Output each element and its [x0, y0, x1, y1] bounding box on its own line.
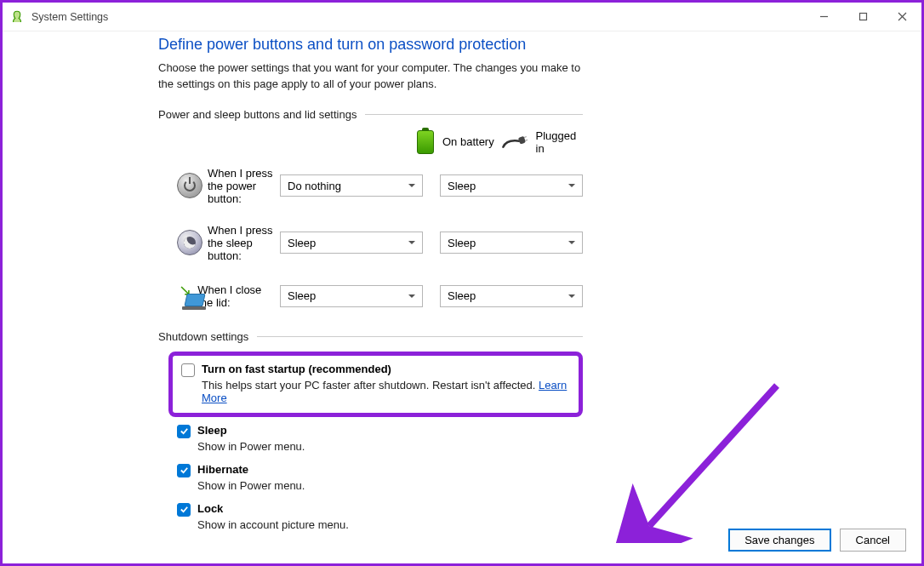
app-icon — [9, 9, 25, 25]
fast-startup-highlight: Turn on fast startup (recommended) This … — [168, 352, 583, 417]
maximize-button[interactable] — [843, 3, 882, 31]
lid-plugged-select[interactable]: Sleep — [440, 285, 583, 307]
page-title: Define power buttons and turn on passwor… — [158, 36, 583, 54]
power-section-label: Power and sleep buttons and lid settings — [158, 108, 583, 121]
title-bar: System Settings — [3, 3, 921, 31]
power-button-row: When I press the power button: Do nothin… — [177, 167, 583, 205]
fast-startup-checkbox[interactable] — [181, 363, 195, 377]
settings-window: System Settings Define power buttons and… — [0, 0, 924, 566]
shutdown-section-label: Shutdown settings — [158, 330, 583, 343]
sleep-desc: Show in Power menu. — [197, 440, 583, 453]
window-title: System Settings — [31, 11, 804, 23]
sleep-label: Sleep — [197, 424, 227, 437]
sleep-checkbox[interactable] — [177, 425, 191, 438]
lock-label: Lock — [197, 502, 223, 515]
lock-desc: Show in account picture menu. — [197, 518, 583, 531]
save-button[interactable]: Save changes — [728, 529, 830, 552]
lid-battery-select[interactable]: Sleep — [280, 285, 423, 307]
sleep-button-icon — [177, 227, 202, 258]
close-button[interactable] — [882, 3, 921, 31]
column-on-battery: On battery — [417, 129, 500, 155]
lid-icon: ↘ — [177, 281, 192, 312]
hibernate-label: Hibernate — [197, 463, 248, 476]
power-button-plugged-select[interactable]: Sleep — [440, 174, 583, 197]
sleep-button-battery-select[interactable]: Sleep — [280, 232, 423, 254]
power-button-icon — [177, 170, 202, 201]
svg-line-7 — [649, 386, 777, 526]
sleep-button-row: When I press the sleep button: Sleep Sle… — [177, 224, 583, 262]
svg-rect-1 — [859, 14, 866, 20]
annotation-arrow — [615, 381, 785, 543]
page-subtitle: Choose the power settings that you want … — [158, 60, 583, 93]
hibernate-desc: Show in Power menu. — [197, 479, 583, 492]
plug-icon — [498, 129, 529, 155]
fast-startup-desc: This helps start your PC faster after sh… — [202, 379, 570, 404]
lid-close-row: ↘ When I close the lid: Sleep Sleep — [177, 281, 583, 312]
column-plugged-in: Plugged in — [500, 129, 584, 155]
cancel-button[interactable]: Cancel — [840, 529, 906, 552]
battery-icon — [417, 130, 434, 154]
sleep-button-plugged-select[interactable]: Sleep — [440, 232, 583, 254]
minimize-button[interactable] — [804, 3, 843, 31]
lock-checkbox[interactable] — [177, 503, 191, 517]
hibernate-checkbox[interactable] — [177, 464, 191, 477]
fast-startup-label: Turn on fast startup (recommended) — [202, 363, 391, 375]
power-button-battery-select[interactable]: Do nothing — [280, 174, 423, 197]
